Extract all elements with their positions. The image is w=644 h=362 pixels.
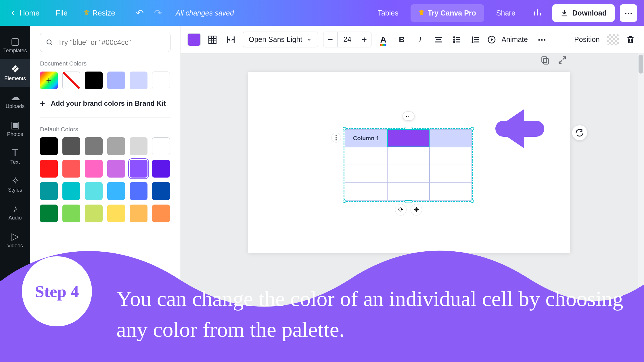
more-button[interactable]: ⋯ (620, 4, 637, 22)
color-swatch[interactable] (40, 205, 58, 222)
color-swatch[interactable] (85, 205, 103, 222)
list-button[interactable] (450, 33, 463, 46)
color-search[interactable] (40, 33, 170, 52)
font-size-plus[interactable]: + (357, 32, 371, 47)
font-size-value[interactable]: 24 (337, 32, 357, 47)
duplicate-page-icon[interactable] (540, 55, 550, 65)
expand-page-icon[interactable] (557, 55, 567, 65)
rail-item-uploads[interactable]: ☁Uploads (0, 87, 30, 115)
table-cell[interactable] (345, 183, 387, 201)
color-swatch[interactable] (107, 160, 125, 178)
table-cell[interactable] (387, 147, 430, 165)
top-menu-bar: Home File ♛ Resize ↶ ↷ All changes saved… (0, 0, 644, 26)
table-element[interactable]: ⋯ ⋮ Column 1 ⟳ ✥ (344, 128, 473, 202)
rail-item-templates[interactable]: ▢Templates (0, 31, 30, 59)
table-cell[interactable] (387, 165, 430, 183)
table-cell[interactable] (387, 183, 430, 201)
resize-handle[interactable] (471, 127, 474, 130)
color-swatch[interactable] (107, 205, 125, 222)
animate-button[interactable]: Animate (487, 35, 530, 44)
color-swatch[interactable] (130, 182, 147, 200)
table-cell[interactable] (430, 183, 472, 201)
border-style-button[interactable] (206, 33, 219, 46)
color-swatch[interactable] (152, 182, 170, 200)
undo-icon[interactable]: ↶ (136, 7, 144, 18)
fill-color-button[interactable] (187, 33, 201, 46)
table-header-cell[interactable]: Column 1 (345, 129, 387, 147)
color-swatch[interactable] (152, 205, 170, 222)
column-width-button[interactable] (224, 33, 237, 46)
color-swatch[interactable] (130, 72, 147, 89)
color-swatch[interactable] (40, 182, 58, 200)
color-search-input[interactable] (58, 38, 164, 47)
tables-button[interactable]: Tables (371, 4, 405, 22)
add-color-swatch[interactable]: + (40, 72, 58, 89)
move-button[interactable]: ✥ (411, 204, 422, 215)
share-button[interactable]: Share (489, 4, 522, 22)
text-color-button[interactable]: A (377, 33, 390, 46)
file-menu[interactable]: File (49, 4, 74, 22)
insights-button[interactable] (528, 4, 547, 22)
delete-button[interactable] (624, 33, 637, 46)
spacing-button[interactable] (469, 33, 482, 46)
color-swatch[interactable] (85, 137, 103, 155)
italic-button[interactable]: I (413, 33, 427, 46)
color-swatch[interactable] (107, 137, 125, 155)
table-row-menu[interactable]: ⋮ (331, 133, 341, 143)
color-swatch[interactable] (152, 72, 170, 89)
brand-kit-row[interactable]: + Add your brand colors in Brand Kit (40, 89, 170, 118)
table-cell[interactable] (430, 147, 472, 165)
color-swatch[interactable] (62, 160, 80, 178)
color-swatch[interactable] (130, 160, 147, 178)
rail-item-elements[interactable]: ❖Elements (0, 59, 30, 87)
context-toolbar: Open Sans Light − 24 + A B I Animate ⋯ P… (181, 26, 644, 53)
table-cell[interactable] (345, 147, 387, 165)
resize-handle[interactable] (471, 199, 474, 203)
color-swatch[interactable] (85, 182, 103, 200)
regenerate-fab[interactable] (572, 125, 587, 140)
more-options-button[interactable]: ⋯ (535, 33, 549, 46)
rail-item-text[interactable]: TText (0, 143, 30, 170)
position-button[interactable]: Position (572, 35, 602, 44)
redo-icon[interactable]: ↷ (154, 7, 162, 18)
color-swatch[interactable] (62, 205, 80, 222)
table-header-cell[interactable] (430, 129, 472, 147)
resize-button[interactable]: ♛ Resize (77, 4, 122, 22)
color-swatch[interactable] (107, 72, 125, 89)
color-swatch[interactable] (152, 160, 170, 178)
table-header-cell-selected[interactable] (387, 129, 430, 147)
design-canvas[interactable]: ⋯ ⋮ Column 1 ⟳ ✥ (248, 72, 570, 253)
font-size-minus[interactable]: − (323, 32, 337, 47)
color-swatch[interactable] (152, 137, 170, 155)
rail-item-styles[interactable]: ✧Styles (0, 170, 30, 198)
resize-handle[interactable] (343, 199, 346, 203)
home-button[interactable]: Home (7, 4, 46, 22)
color-swatch[interactable] (62, 137, 80, 155)
resize-handle[interactable] (405, 127, 413, 130)
color-swatch[interactable] (107, 182, 125, 200)
color-swatch[interactable] (130, 137, 147, 155)
color-swatch[interactable] (130, 205, 147, 222)
color-swatch[interactable] (40, 137, 58, 155)
scrollbar-thumb[interactable] (639, 55, 643, 74)
color-swatch[interactable] (40, 160, 58, 178)
no-color-swatch[interactable] (62, 72, 80, 89)
color-swatch[interactable] (85, 160, 103, 178)
resize-handle[interactable] (343, 127, 346, 130)
bold-button[interactable]: B (395, 33, 408, 46)
color-swatch[interactable] (85, 72, 103, 89)
table-cell[interactable] (430, 165, 472, 183)
font-dropdown[interactable]: Open Sans Light (243, 32, 318, 47)
table-floating-menu[interactable]: ⋯ (402, 111, 415, 121)
resize-handle[interactable] (405, 200, 413, 203)
transparency-button[interactable] (607, 34, 619, 45)
alignment-button[interactable] (432, 33, 445, 46)
color-swatch[interactable] (62, 182, 80, 200)
rail-item-photos[interactable]: ▣Photos (0, 115, 30, 143)
rotate-button[interactable]: ⟳ (395, 204, 407, 215)
table-cell[interactable] (345, 165, 387, 183)
svg-point-3 (454, 39, 455, 40)
try-pro-button[interactable]: ♛ Try Canva Pro (411, 4, 484, 22)
rail-item-audio[interactable]: ♪Audio (0, 198, 30, 226)
download-button[interactable]: Download (552, 4, 615, 22)
